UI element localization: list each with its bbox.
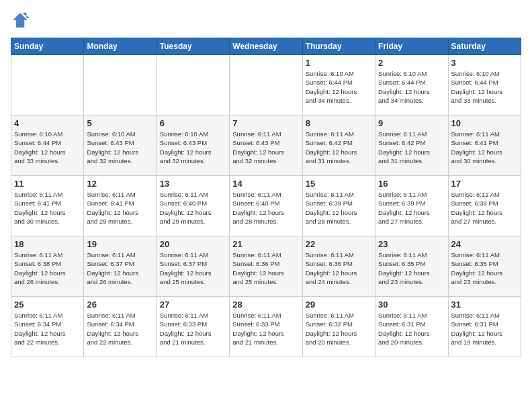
day-info: Sunrise: 6:11 AM Sunset: 6:39 PM Dayligh… [378,190,445,226]
day-cell: 6Sunrise: 6:10 AM Sunset: 6:43 PM Daylig… [157,116,229,176]
header-saturday: Saturday [448,38,521,55]
day-cell: 16Sunrise: 6:11 AM Sunset: 6:39 PM Dayli… [375,176,448,236]
day-cell: 27Sunrise: 6:11 AM Sunset: 6:33 PM Dayli… [157,297,229,357]
day-info: Sunrise: 6:11 AM Sunset: 6:37 PM Dayligh… [87,250,153,286]
day-number: 8 [306,118,372,128]
day-number: 11 [14,179,81,189]
day-number: 6 [160,118,226,128]
day-info: Sunrise: 6:11 AM Sunset: 6:35 PM Dayligh… [451,250,518,286]
header-monday: Monday [84,38,157,55]
header-friday: Friday [375,38,448,55]
calendar-table: SundayMondayTuesdayWednesdayThursdayFrid… [11,38,521,357]
day-number: 31 [451,300,518,310]
week-row-1: 1Sunrise: 6:10 AM Sunset: 6:44 PM Daylig… [11,55,521,116]
day-info: Sunrise: 6:11 AM Sunset: 6:40 PM Dayligh… [160,190,226,226]
day-info: Sunrise: 6:11 AM Sunset: 6:40 PM Dayligh… [232,190,299,226]
week-row-2: 4Sunrise: 6:10 AM Sunset: 6:44 PM Daylig… [11,116,521,176]
header-thursday: Thursday [302,38,375,55]
day-number: 24 [451,239,518,249]
day-cell [230,55,302,116]
day-number: 2 [378,58,445,68]
day-info: Sunrise: 6:11 AM Sunset: 6:37 PM Dayligh… [160,250,226,286]
day-number: 17 [451,179,518,189]
day-info: Sunrise: 6:10 AM Sunset: 6:44 PM Dayligh… [451,69,518,105]
day-cell: 24Sunrise: 6:11 AM Sunset: 6:35 PM Dayli… [448,236,521,297]
day-cell: 9Sunrise: 6:11 AM Sunset: 6:42 PM Daylig… [375,116,448,176]
header-row: SundayMondayTuesdayWednesdayThursdayFrid… [11,38,521,55]
day-info: Sunrise: 6:11 AM Sunset: 6:41 PM Dayligh… [87,190,153,226]
day-cell: 13Sunrise: 6:11 AM Sunset: 6:40 PM Dayli… [157,176,229,236]
day-cell: 11Sunrise: 6:11 AM Sunset: 6:41 PM Dayli… [11,176,84,236]
day-info: Sunrise: 6:11 AM Sunset: 6:31 PM Dayligh… [378,311,445,347]
day-cell: 4Sunrise: 6:10 AM Sunset: 6:44 PM Daylig… [11,116,84,176]
day-number: 27 [160,300,226,310]
logo [11,11,32,30]
day-info: Sunrise: 6:11 AM Sunset: 6:36 PM Dayligh… [232,250,299,286]
day-info: Sunrise: 6:11 AM Sunset: 6:33 PM Dayligh… [160,311,226,347]
day-info: Sunrise: 6:11 AM Sunset: 6:32 PM Dayligh… [306,311,372,347]
day-cell: 28Sunrise: 6:11 AM Sunset: 6:33 PM Dayli… [230,297,302,357]
day-info: Sunrise: 6:10 AM Sunset: 6:44 PM Dayligh… [14,130,81,165]
week-row-4: 18Sunrise: 6:11 AM Sunset: 6:38 PM Dayli… [11,236,521,297]
day-cell: 3Sunrise: 6:10 AM Sunset: 6:44 PM Daylig… [448,55,521,116]
day-number: 23 [378,239,445,249]
day-number: 21 [232,239,299,249]
day-cell: 18Sunrise: 6:11 AM Sunset: 6:38 PM Dayli… [11,236,84,297]
day-number: 20 [160,239,226,249]
day-number: 19 [87,239,153,249]
day-cell: 1Sunrise: 6:10 AM Sunset: 6:44 PM Daylig… [302,55,375,116]
day-number: 16 [378,179,445,189]
day-number: 1 [306,58,372,68]
day-cell: 2Sunrise: 6:10 AM Sunset: 6:44 PM Daylig… [375,55,448,116]
day-cell: 21Sunrise: 6:11 AM Sunset: 6:36 PM Dayli… [230,236,302,297]
day-info: Sunrise: 6:10 AM Sunset: 6:43 PM Dayligh… [160,130,226,165]
day-info: Sunrise: 6:11 AM Sunset: 6:34 PM Dayligh… [87,311,153,347]
header-sunday: Sunday [11,38,84,55]
day-info: Sunrise: 6:10 AM Sunset: 6:44 PM Dayligh… [378,69,445,105]
day-cell: 29Sunrise: 6:11 AM Sunset: 6:32 PM Dayli… [302,297,375,357]
day-cell: 8Sunrise: 6:11 AM Sunset: 6:42 PM Daylig… [302,116,375,176]
day-number: 29 [306,300,372,310]
day-cell: 22Sunrise: 6:11 AM Sunset: 6:36 PM Dayli… [302,236,375,297]
day-number: 30 [378,300,445,310]
page-header [11,11,521,30]
day-number: 13 [160,179,226,189]
logo-icon [11,11,30,30]
day-info: Sunrise: 6:10 AM Sunset: 6:44 PM Dayligh… [306,69,372,105]
day-cell: 20Sunrise: 6:11 AM Sunset: 6:37 PM Dayli… [157,236,229,297]
day-number: 3 [451,58,518,68]
day-info: Sunrise: 6:11 AM Sunset: 6:41 PM Dayligh… [451,130,518,165]
week-row-5: 25Sunrise: 6:11 AM Sunset: 6:34 PM Dayli… [11,297,521,357]
day-cell: 10Sunrise: 6:11 AM Sunset: 6:41 PM Dayli… [448,116,521,176]
day-number: 12 [87,179,153,189]
day-cell: 23Sunrise: 6:11 AM Sunset: 6:35 PM Dayli… [375,236,448,297]
day-cell: 19Sunrise: 6:11 AM Sunset: 6:37 PM Dayli… [84,236,157,297]
day-cell: 26Sunrise: 6:11 AM Sunset: 6:34 PM Dayli… [84,297,157,357]
day-number: 9 [378,118,445,128]
day-info: Sunrise: 6:11 AM Sunset: 6:41 PM Dayligh… [14,190,81,226]
day-cell: 17Sunrise: 6:11 AM Sunset: 6:38 PM Dayli… [448,176,521,236]
day-cell [157,55,229,116]
header-tuesday: Tuesday [157,38,229,55]
day-cell: 25Sunrise: 6:11 AM Sunset: 6:34 PM Dayli… [11,297,84,357]
day-info: Sunrise: 6:10 AM Sunset: 6:43 PM Dayligh… [87,130,153,165]
day-info: Sunrise: 6:11 AM Sunset: 6:36 PM Dayligh… [306,250,372,286]
day-number: 15 [306,179,372,189]
day-cell: 12Sunrise: 6:11 AM Sunset: 6:41 PM Dayli… [84,176,157,236]
day-info: Sunrise: 6:11 AM Sunset: 6:43 PM Dayligh… [232,130,299,165]
day-number: 4 [14,118,81,128]
header-wednesday: Wednesday [230,38,302,55]
day-number: 10 [451,118,518,128]
day-cell: 7Sunrise: 6:11 AM Sunset: 6:43 PM Daylig… [230,116,302,176]
day-info: Sunrise: 6:11 AM Sunset: 6:39 PM Dayligh… [306,190,372,226]
day-number: 14 [232,179,299,189]
day-number: 7 [232,118,299,128]
day-info: Sunrise: 6:11 AM Sunset: 6:35 PM Dayligh… [378,250,445,286]
day-cell: 14Sunrise: 6:11 AM Sunset: 6:40 PM Dayli… [230,176,302,236]
day-cell: 30Sunrise: 6:11 AM Sunset: 6:31 PM Dayli… [375,297,448,357]
day-number: 26 [87,300,153,310]
week-row-3: 11Sunrise: 6:11 AM Sunset: 6:41 PM Dayli… [11,176,521,236]
day-cell [11,55,84,116]
day-info: Sunrise: 6:11 AM Sunset: 6:38 PM Dayligh… [451,190,518,226]
day-cell: 5Sunrise: 6:10 AM Sunset: 6:43 PM Daylig… [84,116,157,176]
